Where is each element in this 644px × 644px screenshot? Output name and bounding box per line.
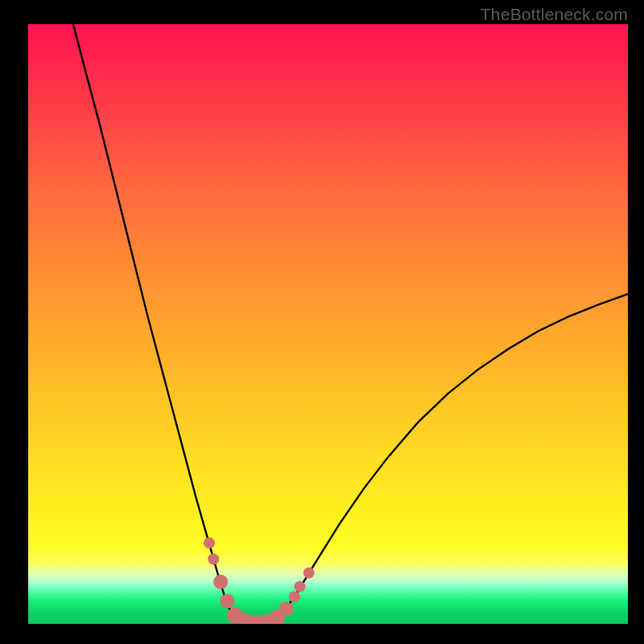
curve-marker	[294, 581, 305, 592]
curve-marker	[303, 568, 315, 579]
curve-marker	[204, 537, 215, 548]
curve-markers	[204, 537, 315, 624]
curve-marker	[208, 554, 219, 565]
curve-marker	[289, 591, 300, 602]
plot-area	[28, 24, 628, 624]
chart-frame: TheBottleneck.com	[0, 0, 644, 644]
bottleneck-curve	[73, 24, 628, 624]
curve-marker	[279, 601, 293, 616]
curve-path	[73, 24, 628, 624]
watermark-text: TheBottleneck.com	[481, 5, 628, 24]
chart-svg	[28, 24, 628, 624]
curve-marker	[220, 594, 234, 609]
curve-marker	[213, 575, 228, 589]
